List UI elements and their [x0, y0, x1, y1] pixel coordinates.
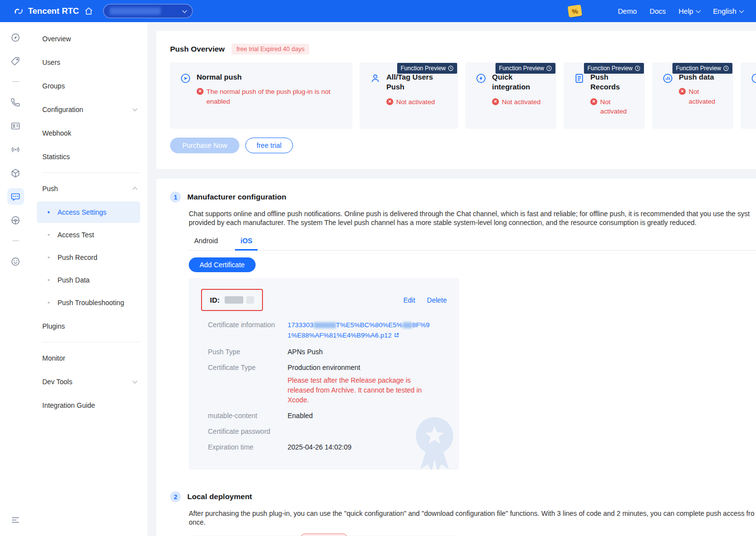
smiley-icon[interactable]	[7, 253, 24, 270]
tab-android[interactable]: Android	[189, 237, 223, 250]
feature-title: Push data	[679, 72, 724, 82]
push-type-label: Push Type	[208, 347, 288, 357]
bullet-icon	[48, 211, 50, 213]
chevron-down-icon	[133, 107, 138, 112]
id-card-icon[interactable]	[7, 117, 24, 134]
phone-icon[interactable]	[7, 94, 24, 111]
broadcast-icon[interactable]	[7, 141, 24, 158]
feature-card-all-tag-users-push: Function Preview All/Tag Users Push Not …	[360, 62, 458, 129]
function-preview-badge[interactable]: Function Preview	[495, 63, 555, 74]
step-2-badge: 2	[170, 491, 181, 502]
error-icon	[386, 98, 393, 105]
bar-chart-icon	[662, 73, 673, 85]
push-overview-panel: Push Overview free trial Expired 40 days…	[156, 31, 756, 169]
chat-icon[interactable]	[7, 188, 24, 205]
sidebar-item-overview[interactable]: Overview	[31, 27, 147, 51]
trial-expired-badge: free trial Expired 40 days	[232, 44, 309, 55]
sidebar-item-push-troubleshooting[interactable]: Push Troubleshooting	[37, 292, 140, 313]
not-activated-badge: Not activated	[300, 534, 348, 536]
id-label: ID:	[210, 296, 220, 304]
sidebar-item-push[interactable]: Push	[31, 177, 147, 200]
sidebar-item-webhook[interactable]: Webhook	[31, 121, 147, 145]
feature-card-push-data: Function Preview Push data Not activated	[652, 62, 733, 129]
clock-icon	[635, 65, 640, 71]
sidebar-item-monitor[interactable]: Monitor	[31, 346, 147, 370]
mutable-content-value: Enabled	[288, 411, 313, 421]
clock-icon	[448, 65, 454, 71]
push-type-value: APNs Push	[288, 347, 323, 357]
certificate-file-link[interactable]: 1733303T%E5%BC%80%E5%8F%91%E88%AF%81%E4%…	[288, 320, 430, 341]
cube-icon[interactable]	[7, 165, 24, 181]
tencent-rtc-logo-icon	[14, 6, 24, 16]
push-overview-title: Push Overview	[170, 45, 225, 54]
certificate-password-label: Certificate password	[208, 426, 288, 436]
clock-icon	[723, 65, 729, 71]
nav-docs[interactable]: Docs	[650, 7, 666, 15]
redacted-app-name	[110, 7, 161, 15]
feature-card-normal-push: Normal push The normal push of the push …	[170, 62, 352, 129]
nav-help[interactable]: Help	[679, 7, 700, 15]
feature-title: Quick integration	[492, 72, 547, 92]
document-icon	[574, 73, 585, 85]
sidebar-item-access-test[interactable]: Access Test	[37, 224, 140, 246]
chevron-up-icon	[133, 187, 138, 192]
feature-status: The normal push of the push plug-in is n…	[206, 87, 343, 106]
feature-status: Not activated	[502, 97, 541, 107]
bullet-icon	[48, 234, 50, 236]
function-preview-badge[interactable]: Function Preview	[672, 63, 732, 74]
feature-card-quick-integration: Function Preview Quick integration Not a…	[465, 62, 556, 129]
product-icon-rail	[0, 22, 31, 536]
free-trial-button[interactable]: free trial	[245, 138, 293, 153]
coupon-icon[interactable]: %	[567, 4, 582, 18]
manufacturer-description: Chat supports online and offline push no…	[189, 209, 756, 227]
delete-link[interactable]: Delete	[427, 296, 447, 304]
sidebar-item-access-settings[interactable]: Access Settings	[37, 201, 140, 223]
feature-card-partial	[741, 62, 756, 129]
brand-name: Tencent RTC	[28, 6, 79, 16]
external-link-icon[interactable]	[394, 331, 400, 341]
error-icon	[590, 98, 597, 105]
compass-icon[interactable]	[7, 29, 24, 46]
main-content: Push Overview free trial Expired 40 days…	[147, 22, 756, 536]
add-certificate-button[interactable]: Add Certificate	[189, 257, 256, 272]
certificate-id-highlight: ID:	[201, 289, 263, 311]
sidebar-item-integration-guide[interactable]: Integration Guide	[31, 394, 147, 417]
redacted-id	[246, 296, 254, 304]
configuration-panel: 1 Manufacturer configuration Chat suppor…	[156, 179, 756, 536]
platform-tabs: Android iOS	[189, 237, 756, 251]
sidebar-item-plugins[interactable]: Plugins	[31, 314, 147, 338]
sidebar-item-groups[interactable]: Groups	[31, 74, 147, 98]
application-selector[interactable]	[103, 4, 193, 18]
sidebar-item-users[interactable]: Users	[31, 51, 147, 74]
vehicle-icon[interactable]	[7, 212, 24, 228]
certificate-card: ID: Edit Delete Certificate information	[189, 278, 459, 470]
tag-icon[interactable]	[7, 53, 24, 69]
sidebar-item-dev-tools[interactable]: Dev Tools	[31, 370, 147, 394]
nav-language[interactable]: English	[713, 7, 743, 15]
sidebar-item-push-record[interactable]: Push Record	[37, 247, 140, 268]
feature-card-push-records: Function Preview Push Records Not activa…	[564, 62, 645, 129]
sidebar-item-statistics[interactable]: Statistics	[31, 145, 147, 169]
feature-status: Not activated	[689, 87, 724, 106]
sidebar-item-configuration[interactable]: Configuration	[31, 98, 147, 121]
feature-title: Push Records	[590, 72, 635, 92]
brand[interactable]: Tencent RTC	[14, 6, 79, 16]
edit-link[interactable]: Edit	[403, 296, 415, 304]
nav-demo[interactable]: Demo	[618, 7, 637, 15]
mutable-content-label: mutable-content	[208, 411, 288, 421]
error-icon	[679, 88, 686, 95]
collapse-menu-icon[interactable]	[7, 511, 24, 528]
rail-divider	[12, 81, 19, 82]
expiration-time-value: 2025-04-26 14:02:09	[288, 442, 351, 452]
tab-ios[interactable]: iOS	[235, 237, 258, 250]
chevron-down-icon	[133, 379, 138, 384]
redacted-id	[225, 296, 243, 304]
expiration-time-label: Expiration time	[208, 442, 288, 452]
bullet-icon	[48, 256, 50, 258]
cert-type-warning: Please test after the Release package is…	[288, 375, 430, 405]
function-preview-badge[interactable]: Function Preview	[584, 63, 644, 74]
sidebar-item-push-data[interactable]: Push Data	[37, 269, 140, 291]
home-icon[interactable]	[84, 6, 93, 16]
function-preview-badge[interactable]: Function Preview	[397, 63, 457, 74]
purchase-now-button[interactable]: Purchase Now	[170, 138, 239, 153]
